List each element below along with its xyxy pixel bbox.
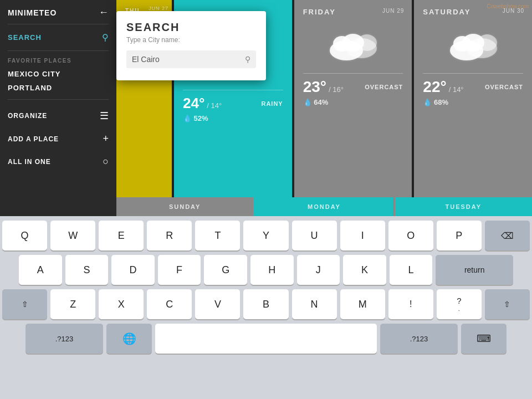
- bottom-label-tue: TUESDAY: [446, 203, 482, 210]
- temp-low-sat: / 14°: [449, 85, 464, 94]
- key-keyboard[interactable]: ⌨: [461, 324, 507, 354]
- search-popup: SEARCH Type a City name: ⚲: [116, 11, 266, 80]
- divider-3: [8, 99, 109, 100]
- key-t[interactable]: T: [195, 221, 240, 250]
- key-dot123-left[interactable]: .?123: [25, 324, 103, 354]
- key-q[interactable]: Q: [2, 221, 47, 250]
- clouds-icon-fri: [325, 27, 381, 63]
- key-f[interactable]: F: [158, 255, 201, 285]
- key-question[interactable]: ?.: [437, 289, 482, 319]
- place-portland[interactable]: PORTLAND: [8, 81, 109, 95]
- key-w[interactable]: W: [50, 221, 95, 250]
- watermark: Cnwebshow.com: [487, 3, 529, 9]
- bottom-card-sun[interactable]: SUNDAY: [116, 197, 253, 216]
- temp-row: 24° / 14° RAINY: [183, 95, 283, 112]
- search-input-row[interactable]: ⚲: [126, 50, 256, 68]
- place-mexico-city[interactable]: MEXICO CITY: [8, 67, 109, 81]
- temp-high-fri: 23°: [303, 78, 326, 96]
- key-b[interactable]: B: [243, 289, 288, 319]
- search-label: SEARCH: [8, 33, 42, 42]
- clouds-icon-sat: [446, 27, 501, 63]
- temp-row-fri: 23° / 16° OVERCAST: [303, 78, 403, 96]
- card-date-thu: JUN 27: [149, 6, 168, 11]
- card-divider-fri: [303, 73, 403, 74]
- condition-label: RAINY: [261, 100, 283, 107]
- humidity-sat: 💧 68%: [423, 98, 523, 106]
- key-s[interactable]: S: [65, 255, 109, 285]
- humidity-fri: 💧 64%: [303, 98, 403, 106]
- temp-high: 24°: [183, 95, 204, 112]
- key-globe[interactable]: 🌐: [106, 324, 152, 354]
- circle-icon: ○: [103, 156, 109, 167]
- key-y[interactable]: Y: [243, 221, 288, 250]
- all-in-one-row[interactable]: ALL IN ONE ○: [8, 150, 109, 173]
- card-divider-sat: [423, 73, 523, 74]
- add-place-row[interactable]: ADD A PLACE +: [8, 127, 109, 150]
- weather-card-saturday[interactable]: SATURDAY JUN 30 22° / 14° OVERCAST 💧 68%: [414, 0, 532, 216]
- app-logo: MINIMETEO: [8, 8, 57, 17]
- plus-icon: +: [103, 133, 109, 145]
- key-h[interactable]: H: [250, 255, 294, 285]
- organize-row[interactable]: ORGANIZE ☰: [8, 104, 109, 127]
- back-icon[interactable]: ←: [99, 7, 109, 18]
- sidebar: MINIMETEO ← SEARCH ⚲ FAVORITE PLACES MEX…: [0, 0, 116, 216]
- search-icon: ⚲: [102, 32, 109, 43]
- key-g[interactable]: G: [204, 255, 247, 285]
- svg-point-12: [342, 34, 364, 52]
- key-u[interactable]: U: [292, 221, 337, 250]
- key-shift-right[interactable]: ⇧: [485, 289, 530, 319]
- bottom-card-mon[interactable]: MONDAY: [255, 197, 392, 216]
- search-popup-icon: ⚲: [245, 55, 250, 64]
- key-dot123-right[interactable]: .?123: [380, 324, 458, 354]
- key-a[interactable]: A: [19, 255, 62, 285]
- key-i[interactable]: I: [340, 221, 385, 250]
- add-place-label: ADD A PLACE: [8, 135, 59, 143]
- weather-card-friday[interactable]: FRIDAY JUN 29 23° / 16° OVERCAST 💧 64%: [294, 0, 412, 216]
- condition-sat: OVERCAST: [485, 84, 523, 90]
- key-exclaim[interactable]: !: [388, 289, 433, 319]
- key-p[interactable]: P: [437, 221, 482, 250]
- hamburger-icon: ☰: [100, 110, 109, 122]
- key-l[interactable]: L: [390, 255, 433, 285]
- key-c[interactable]: C: [147, 289, 192, 319]
- keyboard-row-3: ⇧ Z X C V B N M ! ?. ⇧: [2, 289, 530, 319]
- key-d[interactable]: D: [111, 255, 155, 285]
- humidity: 💧 52%: [183, 114, 283, 122]
- search-row[interactable]: SEARCH ⚲: [8, 29, 109, 46]
- svg-point-17: [462, 34, 484, 52]
- bottom-row: SUNDAY MONDAY TUESDAY: [116, 197, 532, 216]
- key-z[interactable]: Z: [50, 289, 95, 319]
- key-return[interactable]: return: [436, 255, 513, 285]
- key-m[interactable]: M: [340, 289, 385, 319]
- favorite-places-label: FAVORITE PLACES: [8, 58, 109, 64]
- key-e[interactable]: E: [99, 221, 144, 250]
- key-n[interactable]: N: [292, 289, 337, 319]
- organize-label: ORGANIZE: [8, 112, 47, 120]
- bottom-label-mon: MONDAY: [308, 203, 341, 210]
- temp-row-sat: 22° / 14° OVERCAST: [423, 78, 523, 96]
- key-k[interactable]: K: [343, 255, 386, 285]
- search-input[interactable]: [132, 55, 241, 64]
- key-x[interactable]: X: [99, 289, 144, 319]
- key-r[interactable]: R: [147, 221, 192, 250]
- bottom-label-sun: SUNDAY: [169, 203, 201, 210]
- key-o[interactable]: O: [388, 221, 433, 250]
- card-date-fri: JUN 29: [382, 8, 404, 14]
- key-v[interactable]: V: [195, 289, 240, 319]
- key-backspace[interactable]: ⌫: [485, 221, 530, 250]
- keyboard-row-1: Q W E R T Y U I O P ⌫: [2, 221, 530, 250]
- temp-low: / 14°: [207, 101, 222, 110]
- temp-high-sat: 22°: [423, 78, 446, 96]
- key-j[interactable]: J: [297, 255, 340, 285]
- divider-2: [8, 50, 109, 51]
- search-popup-title: SEARCH: [126, 21, 256, 34]
- card-divider: [183, 90, 283, 90]
- keyboard-row-2: A S D F G H J K L return: [2, 255, 530, 285]
- sidebar-logo-row: MINIMETEO ←: [8, 7, 109, 18]
- all-in-one-label: ALL IN ONE: [8, 158, 51, 166]
- keyboard: Q W E R T Y U I O P ⌫ A S D F G H J K L …: [0, 216, 532, 399]
- key-shift-left[interactable]: ⇧: [2, 289, 47, 319]
- bottom-card-tue[interactable]: TUESDAY: [395, 197, 532, 216]
- condition-fri: OVERCAST: [365, 84, 403, 90]
- key-space[interactable]: [155, 324, 377, 354]
